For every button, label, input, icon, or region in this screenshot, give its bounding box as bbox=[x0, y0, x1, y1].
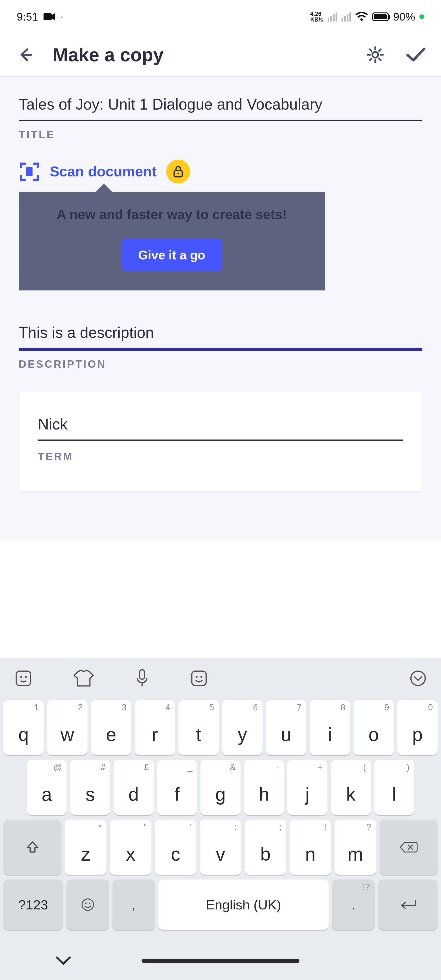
title-field: TITLE bbox=[19, 91, 422, 140]
emoji-icon[interactable] bbox=[190, 669, 208, 687]
key-d[interactable]: £d bbox=[114, 760, 154, 815]
svg-point-16 bbox=[89, 902, 90, 904]
term-card: TERM bbox=[19, 392, 422, 492]
svg-point-8 bbox=[25, 676, 27, 678]
scan-document-button[interactable]: Scan document bbox=[19, 159, 422, 183]
svg-point-5 bbox=[178, 173, 179, 174]
term-input[interactable] bbox=[38, 411, 403, 441]
premium-lock-badge bbox=[166, 159, 190, 183]
tshirt-icon[interactable] bbox=[73, 669, 94, 687]
title-input[interactable] bbox=[19, 91, 422, 121]
keyboard-area: 1q2w3e4r5t6y7u8i9o0p @a#s£d_f&g-h+j(k)l … bbox=[0, 658, 441, 980]
collapse-keyboard-icon[interactable] bbox=[409, 670, 427, 687]
signal-bars-2-icon bbox=[341, 12, 351, 22]
key-h[interactable]: -h bbox=[244, 760, 284, 815]
key-k[interactable]: (k bbox=[331, 760, 371, 815]
system-nav-bar bbox=[0, 942, 441, 980]
key-p[interactable]: 0p bbox=[397, 700, 438, 755]
enter-key[interactable] bbox=[378, 880, 438, 930]
svg-rect-3 bbox=[26, 167, 33, 176]
svg-point-14 bbox=[82, 899, 94, 910]
key-y[interactable]: 6y bbox=[222, 700, 263, 755]
svg-point-13 bbox=[411, 671, 425, 686]
confirm-button[interactable] bbox=[403, 41, 429, 68]
svg-point-12 bbox=[200, 676, 202, 678]
scan-document-label: Scan document bbox=[50, 163, 157, 180]
title-label: TITLE bbox=[19, 129, 422, 140]
backspace-icon bbox=[400, 841, 417, 853]
svg-rect-6 bbox=[16, 671, 31, 686]
key-m[interactable]: ?m bbox=[335, 820, 376, 875]
description-field: DESCRIPTION bbox=[19, 319, 422, 370]
key-e[interactable]: 3e bbox=[91, 700, 131, 755]
key-a[interactable]: @a bbox=[27, 760, 67, 815]
description-label: DESCRIPTION bbox=[19, 358, 422, 370]
popover-message: A new and faster way to create sets! bbox=[35, 207, 308, 222]
key-q[interactable]: 1q bbox=[3, 700, 44, 755]
key-s[interactable]: #s bbox=[70, 760, 110, 815]
battery-percent: 90% bbox=[393, 10, 415, 23]
svg-point-11 bbox=[196, 676, 198, 678]
check-icon bbox=[406, 46, 426, 63]
svg-point-1 bbox=[360, 18, 363, 21]
back-button[interactable] bbox=[12, 41, 38, 68]
key-f[interactable]: _f bbox=[157, 760, 197, 815]
description-input[interactable] bbox=[19, 319, 422, 351]
page-title: Make a copy bbox=[52, 44, 348, 66]
enter-icon bbox=[397, 899, 419, 911]
key-u[interactable]: 7u bbox=[266, 700, 306, 755]
emoji-key[interactable] bbox=[66, 880, 109, 930]
svg-point-15 bbox=[85, 902, 87, 904]
key-x[interactable]: "x bbox=[110, 820, 151, 875]
form-content: TITLE Scan document A new and faster way… bbox=[0, 76, 441, 539]
scan-popover: A new and faster way to create sets! Giv… bbox=[19, 192, 325, 290]
sticker-icon[interactable] bbox=[14, 669, 33, 687]
signal-bars-1-icon bbox=[328, 12, 337, 22]
wifi-icon bbox=[355, 12, 368, 22]
key-z[interactable]: *z bbox=[65, 820, 106, 875]
popover-cta-button[interactable]: Give it a go bbox=[122, 239, 222, 271]
key-l[interactable]: )l bbox=[374, 760, 414, 815]
key-j[interactable]: +j bbox=[287, 760, 327, 815]
svg-point-7 bbox=[20, 676, 22, 678]
svg-rect-0 bbox=[43, 13, 52, 20]
app-bar: Make a copy bbox=[0, 33, 441, 76]
nav-chevron-down-icon[interactable] bbox=[55, 956, 72, 966]
keyboard: 1q2w3e4r5t6y7u8i9o0p @a#s£d_f&g-h+j(k)l … bbox=[0, 698, 441, 942]
arrow-left-icon bbox=[17, 46, 33, 63]
svg-rect-9 bbox=[140, 670, 144, 679]
space-key[interactable]: English (UK) bbox=[158, 880, 329, 930]
status-dot: · bbox=[61, 11, 63, 22]
status-time: 9:51 bbox=[17, 10, 38, 23]
scan-icon bbox=[19, 161, 40, 182]
key-o[interactable]: 9o bbox=[354, 700, 394, 755]
net-speed: 4.26 KB/s bbox=[310, 11, 323, 22]
term-label: TERM bbox=[38, 450, 403, 463]
smiley-icon bbox=[81, 897, 95, 912]
backspace-key[interactable] bbox=[379, 820, 438, 875]
key-g[interactable]: &g bbox=[200, 760, 241, 815]
mic-icon[interactable] bbox=[135, 668, 149, 688]
comma-key[interactable]: , bbox=[113, 880, 155, 930]
privacy-dot-icon bbox=[419, 14, 424, 19]
key-v[interactable]: :v bbox=[200, 820, 241, 875]
key-r[interactable]: 4r bbox=[135, 700, 175, 755]
key-i[interactable]: 8i bbox=[310, 700, 350, 755]
settings-button[interactable] bbox=[362, 41, 389, 68]
key-n[interactable]: !n bbox=[290, 820, 331, 875]
key-c[interactable]: 'c bbox=[155, 820, 196, 875]
gear-icon bbox=[366, 46, 384, 64]
key-t[interactable]: 5t bbox=[178, 700, 219, 755]
status-bar: 9:51 · 4.26 KB/s 90% bbox=[0, 0, 441, 33]
video-icon bbox=[43, 13, 56, 21]
shift-icon bbox=[25, 840, 40, 854]
key-w[interactable]: 2w bbox=[47, 700, 87, 755]
battery-icon bbox=[372, 13, 389, 21]
period-key[interactable]: !? . bbox=[332, 880, 374, 930]
key-b[interactable]: ;b bbox=[245, 820, 286, 875]
nav-home-pill[interactable] bbox=[141, 959, 300, 963]
symbols-key[interactable]: ?123 bbox=[3, 880, 63, 930]
shift-key[interactable] bbox=[3, 820, 62, 875]
svg-point-2 bbox=[372, 52, 378, 58]
svg-rect-10 bbox=[192, 671, 206, 686]
